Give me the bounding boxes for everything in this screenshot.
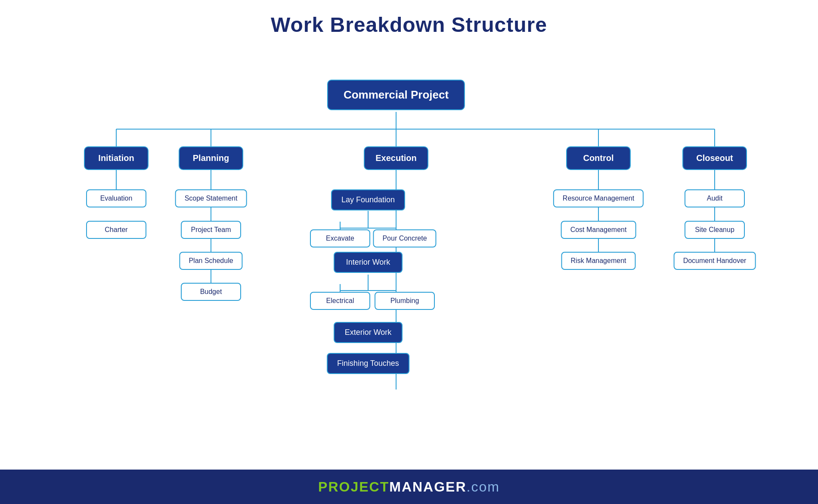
resource-management-label: Resource Management (553, 189, 644, 207)
main-content: Work Breakdown Structure (0, 0, 818, 470)
electrical-label: Electrical (310, 292, 370, 310)
node-plan-schedule: Plan Schedule (179, 252, 242, 270)
node-pour-concrete: Pour Concrete (373, 229, 436, 247)
wbs-container: Commercial Project Initiation Evaluation… (17, 54, 801, 441)
node-cost-management: Cost Management (561, 221, 636, 239)
excavate-label: Excavate (310, 229, 370, 247)
footer-dotcom: .com (467, 479, 500, 495)
plumbing-label: Plumbing (375, 292, 435, 310)
node-risk-management: Risk Management (561, 252, 636, 270)
lay-foundation-label: Lay Foundation (331, 189, 405, 210)
node-execution: Execution (364, 146, 428, 170)
node-evaluation: Evaluation (86, 189, 146, 207)
node-document-handover: Document Handover (674, 252, 756, 270)
execution-label: Execution (364, 146, 428, 170)
project-team-label: Project Team (181, 221, 241, 239)
node-resource-management: Resource Management (553, 189, 644, 207)
initiation-label: Initiation (84, 146, 149, 170)
node-plumbing: Plumbing (375, 292, 435, 310)
finishing-touches-label: Finishing Touches (327, 353, 409, 374)
site-cleanup-label: Site Cleanup (685, 221, 745, 239)
node-finishing-touches: Finishing Touches (327, 353, 409, 374)
evaluation-label: Evaluation (86, 189, 146, 207)
node-planning: Planning (179, 146, 243, 170)
footer-brand: PROJECTMANAGER.com (318, 479, 500, 495)
node-interior-work: Interior Work (334, 252, 403, 273)
audit-label: Audit (685, 189, 745, 207)
plan-schedule-label: Plan Schedule (179, 252, 242, 270)
node-closeout: Closeout (682, 146, 747, 170)
control-label: Control (566, 146, 631, 170)
node-charter: Charter (86, 221, 146, 239)
cost-management-label: Cost Management (561, 221, 636, 239)
node-site-cleanup: Site Cleanup (685, 221, 745, 239)
interior-work-label: Interior Work (334, 252, 403, 273)
node-lay-foundation: Lay Foundation (331, 189, 405, 210)
risk-management-label: Risk Management (561, 252, 636, 270)
charter-label: Charter (86, 221, 146, 239)
footer-manager: MANAGER (389, 479, 466, 495)
node-initiation: Initiation (84, 146, 149, 170)
planning-label: Planning (179, 146, 243, 170)
footer: PROJECTMANAGER.com (0, 470, 818, 504)
node-excavate: Excavate (310, 229, 370, 247)
document-handover-label: Document Handover (674, 252, 756, 270)
node-electrical: Electrical (310, 292, 370, 310)
node-exterior-work: Exterior Work (334, 322, 403, 343)
connector-lines (17, 54, 801, 441)
scope-statement-label: Scope Statement (175, 189, 247, 207)
page-title: Work Breakdown Structure (17, 13, 801, 37)
budget-label: Budget (181, 283, 241, 301)
node-scope-statement: Scope Statement (175, 189, 247, 207)
node-project-team: Project Team (181, 221, 241, 239)
node-budget: Budget (181, 283, 241, 301)
footer-project: PROJECT (318, 479, 389, 495)
node-control: Control (566, 146, 631, 170)
root-label: Commercial Project (327, 80, 465, 110)
root-node: Commercial Project (327, 80, 465, 110)
exterior-work-label: Exterior Work (334, 322, 403, 343)
closeout-label: Closeout (682, 146, 747, 170)
node-audit: Audit (685, 189, 745, 207)
pour-concrete-label: Pour Concrete (373, 229, 436, 247)
